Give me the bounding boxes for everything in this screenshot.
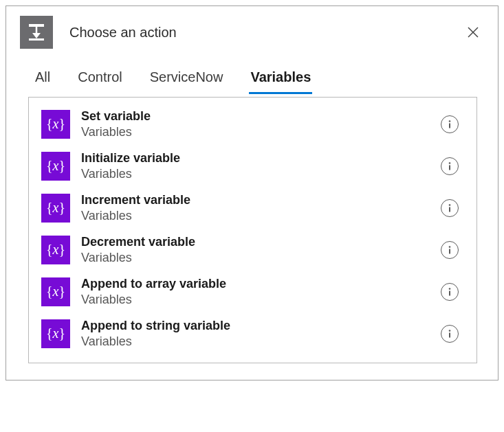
action-set-variable[interactable]: {x} Set variable Variables (36, 103, 470, 145)
svg-rect-17 (449, 332, 450, 337)
variables-icon: {x} (41, 236, 70, 264)
svg-rect-7 (449, 123, 450, 128)
svg-point-12 (449, 246, 451, 248)
action-text: Initialize variable Variables (81, 150, 441, 181)
svg-point-6 (449, 120, 451, 122)
info-button[interactable] (441, 115, 459, 133)
action-decrement-variable[interactable]: {x} Decrement variable Variables (36, 229, 470, 271)
actions-list: {x} Set variable Variables {x} Initializ… (28, 97, 477, 363)
action-text: Decrement variable Variables (81, 234, 441, 265)
tab-variables[interactable]: Variables (249, 65, 312, 94)
action-header-icon (20, 16, 53, 49)
info-button[interactable] (441, 325, 459, 343)
tab-control[interactable]: Control (76, 65, 123, 94)
action-text: Increment variable Variables (81, 192, 441, 223)
info-icon (446, 287, 454, 297)
info-icon (446, 329, 454, 339)
svg-point-8 (449, 162, 451, 164)
info-icon (446, 161, 454, 171)
info-icon (446, 245, 454, 255)
variables-icon: {x} (41, 110, 70, 139)
action-subtitle: Variables (81, 166, 441, 182)
close-icon (467, 26, 479, 38)
info-button[interactable] (441, 199, 459, 217)
svg-rect-15 (449, 291, 450, 295)
tab-all[interactable]: All (34, 65, 52, 94)
tabs-row: All Control ServiceNow Variables (6, 53, 498, 94)
svg-point-10 (449, 204, 451, 206)
info-icon (446, 120, 454, 129)
svg-marker-2 (32, 33, 41, 38)
action-subtitle: Variables (81, 250, 441, 266)
action-initialize-variable[interactable]: {x} Initialize variable Variables (36, 145, 470, 187)
action-subtitle: Variables (81, 208, 441, 224)
action-title: Increment variable (81, 192, 441, 208)
info-button[interactable] (441, 283, 459, 301)
action-title: Append to string variable (81, 318, 441, 334)
variables-icon: {x} (41, 319, 70, 348)
svg-rect-0 (29, 24, 44, 27)
action-subtitle: Variables (81, 334, 441, 350)
action-subtitle: Variables (81, 124, 441, 140)
info-button[interactable] (441, 241, 459, 259)
action-append-array-variable[interactable]: {x} Append to array variable Variables (36, 271, 470, 312)
svg-point-14 (449, 288, 451, 290)
svg-rect-11 (449, 207, 450, 212)
action-append-string-variable[interactable]: {x} Append to string variable Variables (36, 312, 470, 354)
svg-rect-13 (449, 249, 450, 253)
action-increment-variable[interactable]: {x} Increment variable Variables (36, 187, 470, 229)
variables-icon: {x} (41, 277, 70, 306)
action-text: Set variable Variables (81, 109, 441, 139)
variables-icon: {x} (41, 152, 70, 181)
action-title: Initialize variable (81, 150, 441, 166)
dialog-header: Choose an action (6, 6, 498, 53)
choose-action-dialog: Choose an action All Control ServiceNow … (6, 5, 498, 380)
info-icon (446, 203, 454, 213)
variables-icon: {x} (41, 194, 70, 223)
svg-point-16 (449, 330, 451, 332)
svg-rect-9 (449, 165, 450, 170)
action-title: Set variable (81, 109, 441, 124)
close-button[interactable] (462, 21, 484, 43)
action-title: Decrement variable (81, 234, 441, 250)
tab-servicenow[interactable]: ServiceNow (149, 65, 225, 94)
action-text: Append to string variable Variables (81, 318, 441, 349)
info-button[interactable] (441, 157, 459, 175)
action-text: Append to array variable Variables (81, 276, 441, 307)
dialog-title: Choose an action (69, 25, 462, 41)
action-subtitle: Variables (81, 292, 441, 308)
action-title: Append to array variable (81, 276, 441, 292)
svg-rect-3 (29, 38, 44, 41)
